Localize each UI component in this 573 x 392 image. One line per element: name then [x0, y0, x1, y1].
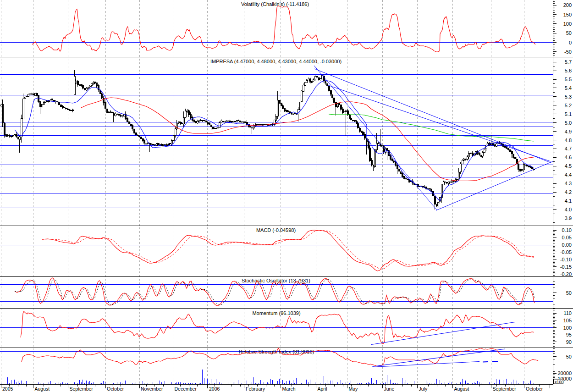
svg-text:95: 95 — [566, 332, 572, 337]
svg-text:5.7: 5.7 — [565, 59, 572, 65]
svg-text:August: August — [454, 386, 469, 392]
svg-text:4.4: 4.4 — [565, 172, 572, 177]
svg-text:4.1: 4.1 — [565, 198, 572, 204]
svg-text:0: 0 — [569, 40, 572, 45]
svg-text:50: 50 — [566, 354, 572, 359]
svg-text:3.9: 3.9 — [565, 215, 572, 221]
svg-text:October: October — [526, 386, 543, 392]
svg-text:150: 150 — [563, 12, 572, 17]
svg-text:100: 100 — [563, 21, 572, 27]
svg-text:x100: x100 — [555, 380, 564, 384]
svg-text:0.10: 0.10 — [562, 227, 572, 233]
svg-text:5.4: 5.4 — [565, 85, 572, 91]
svg-text:IMPRESA (4.47000, 4.48000, 4.4: IMPRESA (4.47000, 4.48000, 4.43000, 4.44… — [210, 59, 342, 64]
svg-text:September: September — [70, 386, 94, 392]
svg-text:50: 50 — [566, 30, 572, 36]
svg-text:2005: 2005 — [2, 386, 13, 392]
svg-text:Stochastic Oscillator (13.7931: Stochastic Oscillator (13.7931) — [242, 278, 310, 283]
svg-text:-0.20: -0.20 — [560, 271, 572, 277]
svg-text:Momentum (96.1039): Momentum (96.1039) — [252, 310, 300, 316]
svg-text:4.6: 4.6 — [565, 155, 572, 160]
svg-text:-0.15: -0.15 — [560, 264, 572, 270]
svg-text:February: February — [246, 386, 265, 392]
svg-text:-0.05: -0.05 — [560, 249, 572, 255]
svg-text:5.2: 5.2 — [565, 103, 572, 108]
svg-text:-50: -50 — [564, 49, 572, 55]
svg-text:4.8: 4.8 — [565, 138, 572, 143]
svg-text:5.0: 5.0 — [565, 120, 572, 126]
svg-text:4.5: 4.5 — [565, 163, 572, 169]
svg-text:90: 90 — [566, 339, 572, 345]
svg-text:-0.10: -0.10 — [560, 257, 572, 262]
svg-text:MACD (-0.04598): MACD (-0.04598) — [256, 227, 296, 233]
svg-text:September: September — [493, 386, 517, 392]
svg-text:110: 110 — [563, 310, 572, 316]
svg-text:July: July — [419, 386, 428, 392]
svg-text:4.9: 4.9 — [565, 129, 572, 134]
svg-text:4.3: 4.3 — [565, 181, 572, 186]
svg-text:0.00: 0.00 — [562, 242, 572, 248]
svg-text:105: 105 — [563, 318, 572, 323]
svg-text:5.1: 5.1 — [565, 111, 572, 117]
svg-text:November: November — [141, 386, 163, 392]
svg-text:August: August — [35, 386, 50, 392]
svg-text:March: March — [282, 386, 296, 392]
svg-text:0.05: 0.05 — [562, 235, 572, 240]
svg-text:5.5: 5.5 — [565, 77, 572, 82]
svg-text:4.0: 4.0 — [565, 207, 572, 212]
svg-text:100: 100 — [563, 325, 572, 331]
svg-text:4.7: 4.7 — [565, 146, 572, 151]
svg-text:200: 200 — [563, 2, 572, 8]
svg-text:October: October — [107, 386, 124, 392]
svg-text:June: June — [384, 386, 395, 392]
svg-text:5.6: 5.6 — [565, 68, 572, 73]
svg-text:April: April — [318, 386, 327, 392]
svg-text:2006: 2006 — [209, 386, 220, 392]
svg-text:May: May — [349, 386, 358, 392]
svg-text:Volatility (Chaikin’s) (-11.41: Volatility (Chaikin’s) (-11.4186) — [241, 1, 309, 7]
svg-text:20000: 20000 — [557, 370, 572, 376]
svg-text:4.2: 4.2 — [565, 189, 572, 195]
svg-text:50: 50 — [566, 290, 572, 296]
svg-text:5.3: 5.3 — [565, 94, 572, 99]
svg-text:December: December — [175, 386, 197, 392]
